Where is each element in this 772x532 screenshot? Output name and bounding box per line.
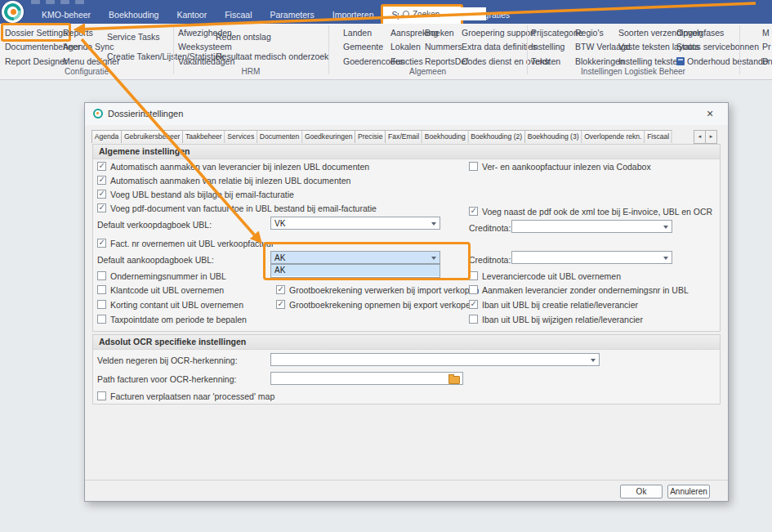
checkbox-ver-en-aankoopfactuur-inlezen-via-codabox[interactable]: Ver- en aankoopfactuur inlezen via Codab… — [469, 161, 651, 172]
ribbon-item-instelling-teksten[interactable]: Instelling teksten — [618, 56, 682, 66]
ribbon-item-landen[interactable]: Landen — [343, 27, 372, 38]
search-input[interactable]: Zoeken — [399, 7, 486, 20]
dialog-tab-documenten[interactable]: Documenten — [257, 130, 302, 143]
cancel-button[interactable]: Annuleren — [667, 485, 710, 498]
dialog-tab-gebruikersbeheer[interactable]: Gebruikersbeheer — [122, 130, 183, 143]
checked-checkbox-icon[interactable] — [469, 207, 478, 216]
ribbon-tab-fiscaal[interactable]: Fiscaal — [216, 7, 261, 24]
ribbon-item-functies[interactable]: Functies — [390, 56, 423, 66]
path-facturen-input[interactable] — [270, 372, 463, 385]
quick-access-icon[interactable] — [46, 0, 55, 4]
ribbon-tab-boekhouding[interactable]: Boekhouding — [100, 7, 167, 24]
tab-scroll-left-icon[interactable]: ◄ — [694, 130, 706, 144]
unchecked-checkbox-icon[interactable] — [97, 300, 106, 309]
ribbon-item-gemeente[interactable]: Gemeente — [343, 41, 383, 51]
ribbon-item-dossier-settings[interactable]: Dossier Settings — [5, 27, 67, 38]
chevron-down-icon[interactable] — [428, 252, 440, 263]
dialog-tab-boekhouding-2[interactable]: Boekhouding (2) — [469, 130, 525, 143]
checkbox-leveranciercode-uit-ubl-overnemen[interactable]: Leveranciercode uit UBL overnemen — [469, 270, 621, 281]
unchecked-checkbox-icon[interactable] — [97, 285, 106, 294]
checked-checkbox-icon[interactable] — [97, 162, 106, 171]
dropdown-item-ak[interactable]: AK — [271, 265, 440, 276]
ribbon-item-reden-ontslag[interactable]: Reden ontslag — [216, 31, 271, 42]
dialog-tab-agenda[interactable]: Agenda — [91, 130, 122, 143]
verkoopdagboek-combobox[interactable]: VK — [270, 217, 440, 230]
ribbon-tab-parameters[interactable]: Parameters — [261, 7, 323, 24]
checked-checkbox-icon[interactable] — [97, 239, 106, 248]
checkbox-grootboekrekening-verwerken-bij-import-verkopen[interactable]: Grootboekrekening verwerken bij import v… — [276, 284, 479, 295]
creditnota2-combobox[interactable] — [511, 251, 672, 264]
checkbox-iban-uit-ubl-bij-creatie-relatie-leverancier[interactable]: Iban uit UBL bij creatie relatie/leveran… — [469, 299, 638, 310]
ribbon-item-m[interactable]: M — [762, 27, 770, 38]
ribbon-item-lokalen[interactable]: Lokalen — [390, 41, 421, 51]
dialog-tab-overlopende-rekn[interactable]: Overlopende rekn. — [582, 130, 645, 143]
ribbon-tab-kmo-beheer[interactable]: KMO-beheer — [33, 7, 100, 24]
checkbox-automatisch-aanmaken-van-relatie-bij-inlezen-ubl-documenten[interactable]: Automatisch aanmaken van relatie bij inl… — [97, 175, 350, 186]
unchecked-checkbox-icon[interactable] — [469, 285, 478, 294]
quick-access-icon[interactable] — [60, 0, 69, 4]
ribbon-item-reports[interactable]: Reports — [63, 27, 93, 38]
checked-checkbox-icon[interactable] — [97, 190, 106, 199]
checked-checkbox-icon[interactable] — [276, 300, 285, 309]
checkbox-aanmaken-leverancier-zonder-ondernemingsnr-in-ubl[interactable]: Aanmaken leverancier zonder ondernemings… — [469, 284, 689, 295]
checkbox-iban-uit-ubl-bij-wijzigen-relatie-leverancier[interactable]: Iban uit UBL bij wijzigen relatie/levera… — [469, 314, 643, 324]
unchecked-checkbox-icon[interactable] — [97, 391, 106, 400]
checked-checkbox-icon[interactable] — [97, 203, 106, 212]
dialog-tab-fiscaal[interactable]: Fiscaal — [645, 130, 672, 143]
quick-access-icon[interactable] — [31, 0, 40, 4]
ribbon-item-extra-data-definities[interactable]: Extra data definities — [462, 41, 537, 51]
checkbox-automatisch-aanmaken-van-leverancier-bij-inlezen-ubl-documenten[interactable]: Automatisch aanmaken van leverancier bij… — [97, 161, 369, 172]
dialog-tab-boekhouding-3[interactable]: Boekhouding (3) — [525, 130, 582, 143]
unchecked-checkbox-icon[interactable] — [469, 271, 478, 280]
ribbon-tab-kantoor[interactable]: Kantoor — [167, 7, 216, 24]
checkbox-voeg-ubl-bestand-als-bijlage-bij-email-facturatie[interactable]: Voeg UBL bestand als bijlage bij email-f… — [97, 189, 294, 199]
folder-browse-icon[interactable] — [448, 376, 460, 384]
dialog-tab-boekhouding[interactable]: Boekhouding — [422, 130, 469, 143]
ribbon-item-instelling[interactable]: Instelling — [531, 41, 564, 51]
checkbox-voeg-pdf-document-van-factuur-toe-in-ubl-bestand-bij-email-facturatie[interactable]: Voeg pdf-document van factuur toe in UBL… — [97, 203, 377, 213]
chevron-down-icon[interactable] — [428, 217, 440, 229]
chevron-down-icon[interactable] — [660, 252, 672, 263]
chevron-down-icon[interactable] — [587, 354, 599, 365]
checkbox-voeg-naast-de-pdf-ook-de-xml-toe-bij-e-invoice-ubl-en-ocr[interactable]: Voeg naast de pdf ook de xml toe bij E-i… — [469, 206, 712, 217]
checkbox-korting-contant-uit-ubl-overnemen[interactable]: Korting contant uit UBL overnemen — [97, 299, 243, 310]
unchecked-checkbox-icon[interactable] — [97, 315, 106, 324]
close-icon[interactable]: × — [703, 106, 717, 121]
chevron-down-icon[interactable] — [660, 221, 672, 232]
velden-negeren-combobox[interactable] — [270, 353, 600, 366]
tab-scroll-right-icon[interactable]: ► — [705, 130, 717, 144]
ribbon-item-regio-s[interactable]: Regio's — [575, 27, 604, 38]
checkbox-fact-nr-overnemen-uit-ubl-verkoopfactuur[interactable]: Fact. nr overnemen uit UBL verkoopfactuu… — [97, 238, 274, 248]
ribbon-item-nummers[interactable]: Nummers — [425, 41, 462, 51]
ribbon-item-teksten[interactable]: Teksten — [531, 56, 560, 66]
ribbon-item-service-tasks[interactable]: Service Tasks — [107, 31, 160, 42]
unchecked-checkbox-icon[interactable] — [469, 315, 478, 324]
ribbon-item-boeken[interactable]: Boeken — [425, 27, 454, 38]
ribbon-item-onderhoud-bestanden[interactable]: Onderhoud bestanden — [676, 56, 772, 66]
ribbon-item-resultaat-medisch-onderzoek[interactable]: Resultaat medisch onderzoek — [216, 51, 328, 61]
ribbon-item-d[interactable]: D — [762, 56, 769, 66]
checked-checkbox-icon[interactable] — [97, 176, 106, 185]
ribbon-item-report-designer[interactable]: Report Designer — [5, 56, 67, 66]
dialog-tab-fax-email[interactable]: Fax/Email — [386, 130, 422, 143]
checked-checkbox-icon[interactable] — [276, 285, 285, 294]
unchecked-checkbox-icon[interactable] — [469, 162, 478, 171]
checkbox-grootboekrekening-opnemen-bij-export-verkopen[interactable]: Grootboekrekening opnemen bij export ver… — [276, 299, 475, 310]
ribbon-item-opvolgfases[interactable]: Opvolgfases — [676, 27, 724, 38]
aankoopdagboek-combobox[interactable]: AK — [270, 251, 440, 264]
dialog-tab-services[interactable]: Services — [225, 130, 257, 143]
checkbox-facturen-verplaatsen-naar-processed-map[interactable]: Facturen verplaatsen naar 'processed' ma… — [97, 391, 274, 401]
dialog-tab-precisie[interactable]: Precisie — [355, 130, 386, 143]
checkbox-ondernemingsnummer-in-ubl[interactable]: Ondernemingsnummer in UBL — [97, 270, 226, 281]
ok-button[interactable]: Ok — [620, 485, 663, 498]
ribbon-item-groepering-support[interactable]: Groepering support — [462, 27, 535, 38]
ribbon-item-pr[interactable]: Pr — [762, 41, 771, 51]
ribbon-item-status-servicebonnen[interactable]: Status servicebonnen — [676, 41, 759, 51]
checked-checkbox-icon[interactable] — [469, 300, 478, 309]
ribbon-item-blokkeringen[interactable]: Blokkeringen — [575, 56, 625, 66]
checkbox-klantcode-uit-ubl-overnemen[interactable]: Klantcode uit UBL overnemen — [97, 284, 224, 295]
ribbon-tab-importeren[interactable]: Importeren — [324, 7, 383, 24]
creditnota1-combobox[interactable] — [511, 220, 672, 233]
quick-access-icon[interactable] — [75, 0, 84, 4]
checkbox-taxpointdate-om-periode-te-bepalen[interactable]: Taxpointdate om periode te bepalen — [97, 314, 247, 324]
